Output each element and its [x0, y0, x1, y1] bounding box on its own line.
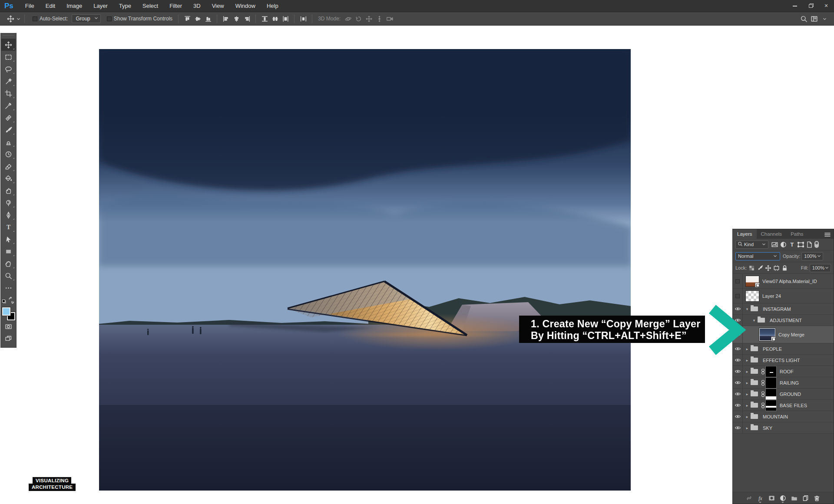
3d-roll-icon[interactable]: [353, 13, 364, 24]
align-left-icon[interactable]: [221, 13, 231, 24]
layer-name[interactable]: RAILING: [780, 380, 799, 385]
lock-brush-icon[interactable]: [756, 264, 764, 272]
dist-middle-icon[interactable]: [270, 13, 280, 24]
lasso-tool[interactable]: [1, 63, 16, 75]
footer-group-icon[interactable]: [788, 493, 800, 503]
eraser-tool[interactable]: [1, 160, 16, 172]
group-row[interactable]: ▸PEOPLE: [733, 343, 834, 355]
menu-select[interactable]: Select: [137, 0, 164, 12]
expand-group-icon[interactable]: ▸: [745, 426, 750, 430]
layer-row[interactable]: Layer 24: [733, 289, 834, 303]
3d-orbit-icon[interactable]: [343, 13, 353, 24]
lock-move-icon[interactable]: [764, 264, 772, 272]
smudge-tool[interactable]: [1, 184, 16, 197]
expand-group-icon[interactable]: ▸: [745, 403, 750, 408]
footer-adjust-icon[interactable]: [777, 493, 788, 503]
layer-mask-thumbnail[interactable]: [765, 366, 777, 377]
type-tool[interactable]: T: [1, 221, 16, 233]
menu-image[interactable]: Image: [61, 0, 88, 12]
brush-tool[interactable]: [1, 124, 16, 136]
restore-button[interactable]: [803, 0, 818, 12]
healing-tool[interactable]: [1, 112, 16, 124]
p-image-icon[interactable]: [770, 240, 779, 249]
fill-field[interactable]: 100%: [810, 264, 831, 272]
search-icon[interactable]: [798, 13, 809, 24]
menu-help[interactable]: Help: [261, 0, 284, 12]
expand-group-icon[interactable]: ▸: [745, 369, 750, 374]
dist-bottom-icon[interactable]: [280, 13, 291, 24]
group-row[interactable]: ▸SKY: [733, 422, 834, 434]
eyedropper-tool[interactable]: [1, 99, 16, 112]
footer-trash-icon[interactable]: [811, 493, 822, 503]
menu-edit[interactable]: Edit: [40, 0, 61, 12]
layer-name[interactable]: INSTAGRAM: [763, 306, 791, 312]
visibility-toggle[interactable]: [733, 389, 743, 399]
quick-mask-button[interactable]: [1, 320, 16, 333]
close-button[interactable]: ✕: [818, 0, 834, 12]
3d-pan-icon[interactable]: [364, 13, 374, 24]
expand-group-icon[interactable]: ▸: [745, 358, 750, 362]
layer-name[interactable]: BASE FILES: [780, 403, 807, 408]
p-type-icon[interactable]: T: [788, 240, 796, 249]
minimize-button[interactable]: [787, 0, 803, 12]
layer-thumbnail[interactable]: [745, 290, 759, 302]
group-row[interactable]: ▸GROUND: [733, 389, 834, 400]
move-tool[interactable]: [1, 39, 16, 51]
tool-preset-chevron-icon[interactable]: [16, 13, 21, 24]
group-row[interactable]: ▸BASE FILES: [733, 400, 834, 411]
expand-group-icon[interactable]: ▸: [745, 415, 750, 419]
dist-spacing-icon[interactable]: [298, 13, 308, 24]
layer-mask-thumbnail[interactable]: [765, 377, 777, 389]
group-row[interactable]: ▸RAILING: [733, 377, 834, 389]
group-row[interactable]: ▾ADJUSTMENT: [733, 315, 834, 326]
expand-group-icon[interactable]: ▸: [745, 381, 750, 385]
visibility-toggle[interactable]: [733, 377, 743, 388]
dodge-tool[interactable]: [1, 197, 16, 209]
3d-camera-icon[interactable]: [384, 13, 395, 24]
dist-top-icon[interactable]: [259, 13, 270, 24]
align-bottom-icon[interactable]: [203, 13, 213, 24]
chevron-down-icon[interactable]: [819, 13, 830, 24]
visibility-toggle[interactable]: [733, 400, 743, 411]
group-row[interactable]: ▸ROOF: [733, 366, 834, 377]
layer-name[interactable]: ADJUSTMENT: [770, 318, 802, 323]
filter-kind-dropdown[interactable]: Kind: [735, 240, 768, 249]
3d-slide-icon[interactable]: [374, 13, 384, 24]
crop-tool[interactable]: [1, 87, 16, 99]
layer-mask-thumbnail[interactable]: [765, 400, 777, 411]
hand-tool[interactable]: [1, 257, 16, 270]
menu-view[interactable]: View: [206, 0, 230, 12]
layer-mask-thumbnail[interactable]: [765, 389, 777, 400]
shape-tool[interactable]: [1, 245, 16, 257]
visibility-toggle[interactable]: [733, 422, 743, 433]
marquee-tool[interactable]: [1, 51, 16, 63]
collapse-group-icon[interactable]: ▾: [751, 318, 757, 323]
align-right-icon[interactable]: [242, 13, 252, 24]
screen-mode-button[interactable]: [1, 333, 16, 345]
clone-stamp-tool[interactable]: [1, 136, 16, 148]
lock-transp-icon[interactable]: [748, 264, 756, 272]
menu-filter[interactable]: Filter: [164, 0, 188, 12]
document-canvas[interactable]: [99, 49, 631, 491]
layer-name[interactable]: MOUNTAIN: [763, 414, 788, 419]
menu-window[interactable]: Window: [230, 0, 261, 12]
layer-name[interactable]: ROOF: [780, 369, 794, 374]
group-row[interactable]: ▾INSTAGRAM: [733, 303, 834, 315]
layer-name[interactable]: EFFECTS LIGHT: [763, 358, 800, 363]
align-center-icon[interactable]: [231, 13, 242, 24]
tab-layers[interactable]: Layers: [733, 229, 757, 239]
blend-mode-dropdown[interactable]: Normal: [735, 252, 780, 260]
workspace-icon[interactable]: [809, 13, 819, 24]
auto-select-checkbox[interactable]: [33, 16, 37, 21]
footer-fx-icon[interactable]: fx: [755, 493, 766, 503]
ellipsis-tool[interactable]: [1, 282, 16, 294]
layer-thumbnail[interactable]: [745, 276, 759, 287]
pen-tool[interactable]: [1, 209, 16, 221]
layer-name[interactable]: GROUND: [780, 392, 801, 397]
menu-layer[interactable]: Layer: [88, 0, 113, 12]
group-row[interactable]: ▸EFFECTS LIGHT: [733, 355, 834, 366]
footer-link-icon[interactable]: [743, 493, 755, 503]
visibility-toggle[interactable]: [733, 274, 743, 288]
quick-select-tool[interactable]: [1, 75, 16, 87]
toolbar-grip[interactable]: [3, 35, 14, 38]
